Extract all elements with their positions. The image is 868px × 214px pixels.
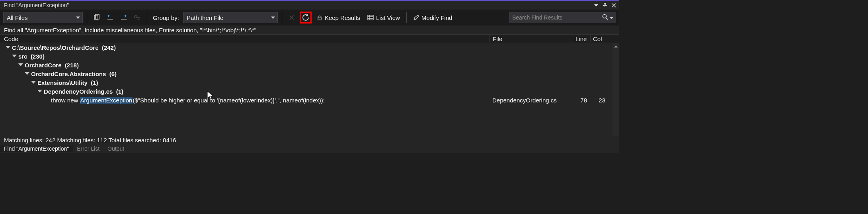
expand-icon	[18, 63, 23, 66]
keep-results-label: Keep Results	[325, 14, 360, 21]
node-count: (1)	[116, 88, 123, 95]
clear-filter-button[interactable]	[132, 12, 143, 23]
column-headers: Code File Line Col	[0, 34, 619, 43]
node-label: src	[18, 53, 27, 60]
match-col: 23	[590, 97, 612, 104]
expand-icon	[37, 90, 42, 92]
next-result-button[interactable]	[118, 12, 129, 23]
match-row[interactable]: throw new ArgumentException($"Should be …	[0, 96, 619, 104]
modify-find-button[interactable]: Modify Find	[411, 12, 455, 23]
match-code: throw new ArgumentException($"Should be …	[0, 97, 489, 104]
expand-icon	[25, 72, 29, 75]
bottom-tabs: Find "ArgumentException" Error List Outp…	[0, 144, 619, 153]
svg-point-5	[603, 15, 607, 18]
chevron-down-icon	[271, 14, 275, 21]
clear-button[interactable]	[286, 12, 297, 23]
node-label: OrchardCore	[25, 62, 62, 69]
prev-result-button[interactable]	[105, 12, 116, 23]
search-results-box[interactable]	[509, 12, 616, 23]
svg-point-2	[135, 16, 137, 18]
separator	[406, 12, 407, 23]
groupby-selected: Path then File	[187, 14, 224, 21]
match-file: DependencyOrdering.cs	[489, 97, 573, 104]
tab-error-list[interactable]: Error List	[73, 145, 103, 152]
chevron-down-icon[interactable]	[610, 14, 613, 21]
node-count: (242)	[102, 44, 116, 51]
scope-combo[interactable]: All Files	[3, 12, 83, 23]
footer-summary: Matching lines: 242 Matching files: 112 …	[0, 136, 619, 144]
close-icon[interactable]	[611, 2, 617, 8]
match-highlight: ArgumentException	[80, 97, 133, 104]
query-summary: Find all "ArgumentException", Include mi…	[0, 26, 619, 34]
header-file[interactable]: File	[489, 35, 573, 42]
chevron-down-icon	[76, 14, 80, 21]
header-col[interactable]: Col	[590, 35, 612, 42]
vertical-scrollbar[interactable]	[612, 43, 619, 136]
titlebar: Find "ArgumentException"	[0, 1, 619, 10]
node-label: C:\Source\Repos\OrchardCore	[12, 44, 99, 51]
list-view-label: List View	[376, 14, 400, 21]
svg-rect-4	[368, 15, 373, 20]
refresh-button-highlighted[interactable]	[300, 12, 312, 24]
separator	[147, 12, 147, 23]
search-icon[interactable]	[602, 14, 608, 21]
panel-title: Find "ArgumentException"	[4, 2, 69, 8]
header-line[interactable]: Line	[573, 35, 590, 42]
copy-button[interactable]	[91, 12, 102, 23]
groupby-combo[interactable]: Path then File	[183, 12, 278, 23]
node-count: (1)	[91, 79, 98, 86]
tree-node-file[interactable]: DependencyOrdering.cs (1)	[0, 87, 619, 96]
groupby-label: Group by:	[151, 14, 181, 21]
modify-find-label: Modify Find	[421, 14, 453, 21]
expand-icon	[31, 81, 36, 84]
tree-node-root[interactable]: C:\Source\Repos\OrchardCore (242)	[0, 43, 619, 52]
node-count: (230)	[31, 53, 45, 60]
pin-icon[interactable]	[602, 2, 608, 8]
tree-node-src[interactable]: src (230)	[0, 52, 619, 61]
tree-node-extensions-utility[interactable]: Extensions\Utility (1)	[0, 78, 619, 87]
list-view-button[interactable]: List View	[365, 12, 402, 23]
node-label: OrchardCore.Abstractions	[31, 71, 106, 77]
svg-rect-3	[318, 17, 321, 20]
tab-find-results[interactable]: Find "ArgumentException"	[0, 145, 73, 152]
separator	[282, 12, 282, 23]
node-count: (218)	[65, 62, 79, 69]
node-count: (6)	[109, 71, 117, 77]
header-code[interactable]: Code	[0, 35, 489, 42]
toolbar: All Files Group by: Path then File	[0, 10, 619, 26]
expand-icon	[12, 55, 17, 57]
scroll-up-icon[interactable]	[612, 43, 619, 50]
tab-output[interactable]: Output	[103, 145, 128, 152]
window-menu-icon[interactable]	[593, 2, 599, 8]
expand-icon	[6, 46, 10, 49]
search-input[interactable]	[512, 14, 601, 21]
node-label: DependencyOrdering.cs	[44, 88, 113, 95]
separator	[87, 12, 87, 23]
tree-node-abstractions[interactable]: OrchardCore.Abstractions (6)	[0, 69, 619, 78]
keep-results-button[interactable]: Keep Results	[314, 12, 363, 23]
tree-node-orchardcore[interactable]: OrchardCore (218)	[0, 61, 619, 69]
scope-selected: All Files	[7, 14, 28, 21]
results-area: C:\Source\Repos\OrchardCore (242) src (2…	[0, 43, 619, 136]
find-results-panel: Find "ArgumentException" All Files	[0, 0, 619, 153]
node-label: Extensions\Utility	[37, 79, 88, 86]
match-line: 78	[573, 97, 590, 104]
